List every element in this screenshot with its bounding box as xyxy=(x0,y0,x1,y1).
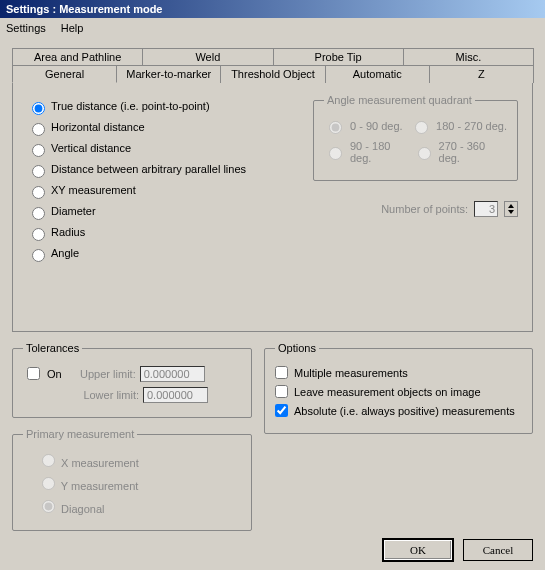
upper-limit-label: Upper limit: xyxy=(66,368,136,380)
lower-limit-label: Lower limit: xyxy=(69,389,139,401)
tab-threshold-object[interactable]: Threshold Object xyxy=(220,65,325,83)
tolerances-on-checkbox[interactable] xyxy=(27,367,40,380)
tab-automatic[interactable]: Automatic xyxy=(325,65,430,83)
radio-angle-label: Angle xyxy=(51,247,79,259)
options-legend: Options xyxy=(275,342,319,354)
radio-xy-measurement-label: XY measurement xyxy=(51,184,136,196)
cancel-button[interactable]: Cancel xyxy=(463,539,533,561)
multiple-measurements-checkbox[interactable] xyxy=(275,366,288,379)
radio-primary-x: X measurement xyxy=(37,451,241,469)
radio-true-distance-input[interactable] xyxy=(32,102,45,115)
radio-q-180-270-input xyxy=(415,121,428,134)
number-of-points-spinner xyxy=(504,201,518,217)
radio-diameter[interactable]: Diameter xyxy=(27,204,305,220)
primary-measurement-legend: Primary measurement xyxy=(23,428,137,440)
tabrow-top: Area and Pathline Weld Probe Tip Misc. xyxy=(12,48,533,65)
tab-probe-tip[interactable]: Probe Tip xyxy=(273,48,404,65)
menu-settings[interactable]: Settings xyxy=(6,22,46,34)
radio-parallel-lines[interactable]: Distance between arbitrary parallel line… xyxy=(27,162,305,178)
window-title: Settings : Measurement mode xyxy=(0,0,545,18)
tab-misc[interactable]: Misc. xyxy=(403,48,534,65)
number-of-points-input xyxy=(474,201,498,217)
radio-parallel-lines-label: Distance between arbitrary parallel line… xyxy=(51,163,246,175)
measurement-mode-radios: True distance (i.e. point-to-point) Hori… xyxy=(27,94,305,267)
tolerances-group: Tolerances On Upper limit: Lower limit: xyxy=(12,342,252,418)
radio-horizontal-distance-input[interactable] xyxy=(32,123,45,136)
radio-q-270-360-input xyxy=(418,147,431,160)
tolerances-on-label: On xyxy=(47,368,62,380)
lower-limit-input xyxy=(143,387,208,403)
ok-button[interactable]: OK xyxy=(383,539,453,561)
radio-primary-y: Y measurement xyxy=(37,474,241,492)
radio-xy-measurement-input[interactable] xyxy=(32,186,45,199)
menu-help[interactable]: Help xyxy=(61,22,84,34)
primary-measurement-group: Primary measurement X measurement Y meas… xyxy=(12,428,252,531)
absolute-label: Absolute (i.e. always positive) measurem… xyxy=(294,405,515,417)
radio-vertical-distance[interactable]: Vertical distance xyxy=(27,141,305,157)
tabrow-bottom: General Marker-to-marker Threshold Objec… xyxy=(12,65,533,83)
tab-area-pathline[interactable]: Area and Pathline xyxy=(12,48,143,65)
tab-marker-to-marker[interactable]: Marker-to-marker xyxy=(116,65,221,83)
radio-diameter-label: Diameter xyxy=(51,205,96,217)
tab-z[interactable]: Z xyxy=(429,65,534,83)
radio-q-0-90-input xyxy=(329,121,342,134)
radio-diameter-input[interactable] xyxy=(32,207,45,220)
number-of-points: Number of points: xyxy=(305,201,518,217)
radio-angle[interactable]: Angle xyxy=(27,246,305,262)
radio-q-90-180: 90 - 180 deg. xyxy=(324,140,413,164)
multiple-measurements-label: Multiple measurements xyxy=(294,367,408,379)
tab-weld[interactable]: Weld xyxy=(142,48,273,65)
radio-primary-diagonal-input xyxy=(42,500,55,513)
radio-xy-measurement[interactable]: XY measurement xyxy=(27,183,305,199)
leave-objects-label: Leave measurement objects on image xyxy=(294,386,481,398)
radio-horizontal-distance-label: Horizontal distance xyxy=(51,121,145,133)
radio-radius[interactable]: Radius xyxy=(27,225,305,241)
upper-limit-input xyxy=(140,366,205,382)
radio-parallel-lines-input[interactable] xyxy=(32,165,45,178)
radio-primary-x-input xyxy=(42,454,55,467)
radio-radius-input[interactable] xyxy=(32,228,45,241)
radio-vertical-distance-label: Vertical distance xyxy=(51,142,131,154)
dialog-buttons: OK Cancel xyxy=(12,531,533,565)
absolute-checkbox[interactable] xyxy=(275,404,288,417)
radio-q-180-270: 180 - 270 deg. xyxy=(410,118,507,134)
options-group: Options Multiple measurements Leave meas… xyxy=(264,342,533,434)
radio-horizontal-distance[interactable]: Horizontal distance xyxy=(27,120,305,136)
radio-radius-label: Radius xyxy=(51,226,85,238)
radio-q-90-180-input xyxy=(329,147,342,160)
radio-true-distance[interactable]: True distance (i.e. point-to-point) xyxy=(27,99,305,115)
angle-quadrant-group: Angle measurement quadrant 0 - 90 deg. 1… xyxy=(313,94,518,181)
tab-content-general: True distance (i.e. point-to-point) Hori… xyxy=(12,82,533,332)
radio-q-270-360: 270 - 360 deg. xyxy=(413,140,507,164)
tolerances-legend: Tolerances xyxy=(23,342,82,354)
radio-primary-diagonal: Diagonal xyxy=(37,497,241,515)
radio-primary-y-input xyxy=(42,477,55,490)
angle-quadrant-legend: Angle measurement quadrant xyxy=(324,94,475,106)
menubar: Settings Help xyxy=(0,18,545,38)
leave-objects-checkbox[interactable] xyxy=(275,385,288,398)
radio-true-distance-label: True distance (i.e. point-to-point) xyxy=(51,100,210,112)
number-of-points-label: Number of points: xyxy=(381,203,468,215)
radio-q-0-90: 0 - 90 deg. xyxy=(324,118,403,134)
tab-general[interactable]: General xyxy=(12,65,117,83)
radio-vertical-distance-input[interactable] xyxy=(32,144,45,157)
radio-angle-input[interactable] xyxy=(32,249,45,262)
